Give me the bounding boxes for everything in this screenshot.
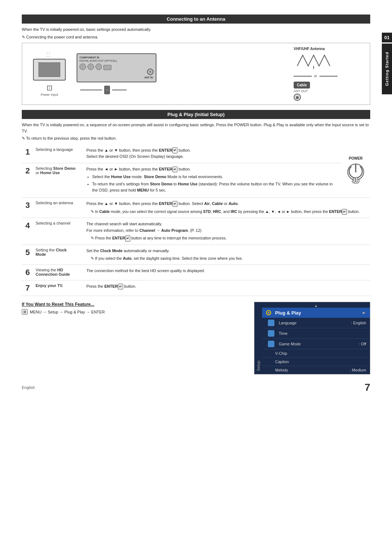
enter-btn-3: ↵ (172, 201, 177, 207)
step-2-bullet-2: To return the unit's settings from Store… (92, 181, 339, 194)
line-right (319, 76, 338, 77)
ant-out-port (294, 94, 301, 101)
cable-area (77, 86, 127, 94)
osd-melody-label: Melody (275, 368, 347, 372)
osd-small-icon (266, 310, 271, 316)
enter-btn-7: ↵ (118, 284, 123, 290)
osd-row-vchip: V-Chip (262, 349, 370, 358)
steps-table: 1 Selecting a language Press the ▲ or ▼ … (22, 144, 370, 296)
reset-menu-text: MENU → Setup → Plug & Play → ENTER (30, 310, 105, 314)
port-4 (103, 65, 111, 70)
cable-section: Cable ANT OUT (294, 82, 310, 101)
cable-connector (104, 86, 110, 94)
osd-language-icon (268, 320, 274, 326)
antenna-diagram: ○ ○ ○ ○ ·· ·· ⊡ Power Input COMPONENT IN… (22, 43, 370, 105)
osd-menu-area: Setup ▲ (254, 302, 370, 374)
component-in-label: COMPONENT IN (79, 56, 154, 59)
svg-rect-4 (356, 177, 358, 182)
step-7-num: 7 (22, 280, 33, 296)
ant-out-port-row (294, 94, 310, 101)
osd-row-language: Language : English (262, 318, 370, 328)
osd-main: ▲ Plug & Play ► (262, 302, 370, 374)
antenna-right: VHF/UHF Antenna or Cable ANT OUT (294, 47, 366, 101)
ant-in-label: ANT IN (144, 76, 153, 79)
reset-title: If You Want to Reset This Feature... (22, 302, 247, 307)
bottom-area: If You Want to Reset This Feature... ⊞ M… (22, 302, 370, 374)
osd-row-gamemode: Game Mode : Off (262, 339, 370, 349)
port-3 (95, 63, 102, 70)
chapter-title: Getting Started (382, 44, 392, 94)
cable-line (80, 90, 102, 90)
enter-btn-4: ↵ (125, 235, 130, 241)
reset-instruction: ⊞ MENU → Setup → Plug & Play → ENTER (22, 309, 247, 315)
tv-dots: ·· ·· (37, 61, 40, 63)
step-4-row: 4 Selecting a channel The channel search… (22, 218, 370, 245)
step-4-desc: The channel search will start automatica… (84, 218, 370, 245)
line-left (294, 76, 312, 77)
cable-line2 (112, 90, 127, 90)
step-3-row: 3 Selecting an antenna Press the ▲ or ▼ … (22, 198, 370, 218)
osd-melody-value: : Medium (350, 368, 366, 372)
menu-icon: ⊞ (22, 309, 28, 315)
osd-caption-label: Caption (275, 360, 363, 364)
osd-arrow-right: ► (362, 310, 366, 315)
osd-row-time: Time (262, 328, 370, 339)
port-1 (79, 63, 86, 70)
osd-gamemode-value: : Off (359, 342, 366, 346)
step-2-bullets: Select the Home Use mode. Store Demo Mod… (86, 174, 339, 194)
panel-ports (79, 63, 154, 70)
step-7-row: 7 Enjoy your TV. Press the ENTER↵ button… (22, 280, 370, 296)
osd-header-row: Plug & Play ► (262, 308, 370, 318)
svg-rect-3 (354, 178, 355, 182)
step-1-title: Selecting a language (33, 144, 84, 163)
step-4-note: Press the ENTER↵ button at any time to i… (86, 235, 368, 241)
cable-box: Cable (294, 82, 310, 89)
step-7-desc: Press the ENTER↵ button. (84, 280, 370, 296)
osd-rows: Language : English Time (262, 318, 370, 374)
osd-setup-label: Setup (254, 302, 262, 374)
enter-btn-2: ↵ (172, 167, 177, 172)
step-2-title: Selecting Store Demoor Home Use (33, 163, 84, 197)
tv-screen (38, 62, 60, 77)
reset-section: If You Want to Reset This Feature... ⊞ M… (22, 302, 247, 315)
step-1-row: 1 Selecting a language Press the ▲ or ▼ … (22, 144, 370, 163)
ant-in-port (147, 69, 154, 75)
step-3-num: 3 (22, 198, 33, 218)
plug-play-section: Plug & Play (Initial Setup) When the TV … (22, 110, 370, 374)
osd-menu: Setup ▲ (254, 302, 370, 374)
svg-point-6 (268, 312, 269, 313)
osd-gamemode-label: Game Mode (279, 342, 356, 346)
plug-play-intro: When the TV is initially powered on, a s… (22, 122, 370, 134)
osd-time-icon (268, 330, 274, 337)
step-2-row: 2 Selecting Store Demoor Home Use Press … (22, 163, 370, 197)
antenna-intro: When the TV is initially powered on, bas… (22, 26, 370, 33)
step-6-desc: The connection method for the best HD sc… (84, 265, 370, 280)
osd-top: Setup ▲ (254, 302, 370, 374)
step-6-num: 6 (22, 265, 33, 280)
step-5-desc: Set the Clock Mode automatically or manu… (84, 245, 370, 264)
osd-plug-play-label: Plug & Play (275, 310, 360, 316)
osd-language-label: Language (279, 321, 348, 325)
step-5-num: 5 (22, 245, 33, 264)
step-2-num: 2 (22, 163, 33, 197)
step-3-desc: Press the ▲ or ▼ button, then press the … (84, 198, 370, 218)
footer-lang: English (22, 385, 35, 390)
power-input-label: Power Input (41, 93, 58, 97)
plug-play-header: Plug & Play (Initial Setup) (22, 110, 370, 119)
antenna-header: Connecting to an Antenna (22, 15, 370, 24)
osd-gear-svg (266, 310, 271, 316)
tv-back-panel: COMPONENT IN DIGITAL AUDIO OUT (OPTICAL)… (77, 53, 156, 82)
step-5-row: 5 Setting the ClockMode Set the Clock Mo… (22, 245, 370, 264)
osd-vchip-label: V-Chip (275, 351, 363, 356)
power-label: POWER (344, 156, 367, 160)
step-5-title: Setting the ClockMode (33, 245, 84, 264)
tv-back-panel-area: COMPONENT IN DIGITAL AUDIO OUT (OPTICAL)… (73, 53, 294, 94)
enter-btn-1: ↵ (172, 147, 177, 153)
step-4-title: Selecting a channel (33, 218, 84, 245)
chapter-number: 01 (382, 33, 392, 42)
power-plug-icon: ⊡ (46, 83, 53, 92)
osd-row-melody: Melody : Medium (262, 366, 370, 374)
port-2 (87, 63, 94, 70)
plug-play-note: To return to the previous step, press th… (22, 135, 370, 141)
step-1-desc: Press the ▲ or ▼ button, then press the … (84, 144, 341, 163)
